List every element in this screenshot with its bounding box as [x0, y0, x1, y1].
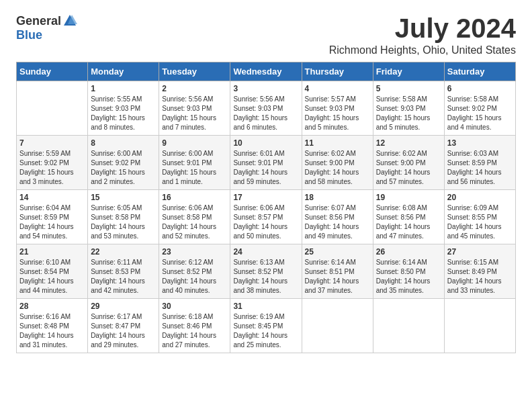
day-number: 2: [162, 84, 227, 93]
day-info: Sunrise: 5:56 AM Sunset: 9:03 PM Dayligh…: [162, 95, 227, 132]
calendar-cell: 26Sunrise: 6:14 AM Sunset: 8:50 PM Dayli…: [373, 244, 444, 299]
day-number: 14: [19, 193, 85, 202]
day-info: Sunrise: 6:08 AM Sunset: 8:56 PM Dayligh…: [376, 203, 441, 241]
calendar-cell: [17, 81, 88, 136]
calendar-body: 1Sunrise: 5:55 AM Sunset: 9:03 PM Daylig…: [17, 81, 516, 353]
calendar-cell: 11Sunrise: 6:02 AM Sunset: 9:00 PM Dayli…: [302, 136, 373, 190]
day-number: 26: [376, 247, 441, 257]
location-title: Richmond Heights, Ohio, United States: [329, 44, 516, 56]
day-info: Sunrise: 6:02 AM Sunset: 9:00 PM Dayligh…: [305, 149, 370, 187]
calendar-cell: [302, 299, 373, 353]
calendar-cell: 1Sunrise: 5:55 AM Sunset: 9:03 PM Daylig…: [88, 81, 159, 136]
calendar-cell: 9Sunrise: 6:00 AM Sunset: 9:01 PM Daylig…: [159, 136, 230, 190]
day-info: Sunrise: 6:03 AM Sunset: 8:59 PM Dayligh…: [447, 149, 513, 187]
logo-general: General: [16, 14, 61, 28]
title-area: July 2024 Richmond Heights, Ohio, United…: [329, 13, 516, 56]
calendar-header-row: SundayMondayTuesdayWednesdayThursdayFrid…: [17, 62, 516, 81]
day-number: 30: [162, 302, 227, 311]
logo-icon: [62, 13, 77, 28]
month-title: July 2024: [329, 13, 516, 43]
day-number: 8: [91, 138, 156, 148]
day-info: Sunrise: 5:58 AM Sunset: 9:03 PM Dayligh…: [376, 95, 441, 132]
calendar-cell: 16Sunrise: 6:06 AM Sunset: 8:58 PM Dayli…: [159, 190, 230, 244]
calendar-cell: [444, 299, 515, 353]
logo: General Blue: [16, 13, 77, 42]
day-number: 28: [19, 302, 85, 311]
header: General Blue July 2024 Richmond Heights,…: [16, 13, 516, 56]
day-info: Sunrise: 6:00 AM Sunset: 9:01 PM Dayligh…: [162, 149, 227, 187]
calendar-week-row: 21Sunrise: 6:10 AM Sunset: 8:54 PM Dayli…: [17, 244, 516, 299]
calendar-header-tuesday: Tuesday: [159, 62, 230, 81]
day-info: Sunrise: 6:14 AM Sunset: 8:51 PM Dayligh…: [305, 258, 370, 295]
calendar-cell: 5Sunrise: 5:58 AM Sunset: 9:03 PM Daylig…: [373, 81, 444, 136]
day-info: Sunrise: 6:06 AM Sunset: 8:58 PM Dayligh…: [162, 203, 227, 241]
day-number: 9: [162, 138, 227, 148]
day-number: 18: [305, 193, 370, 202]
day-info: Sunrise: 6:17 AM Sunset: 8:47 PM Dayligh…: [91, 312, 156, 350]
day-info: Sunrise: 6:07 AM Sunset: 8:56 PM Dayligh…: [305, 203, 370, 241]
day-number: 25: [305, 247, 370, 257]
day-number: 17: [233, 193, 298, 202]
day-info: Sunrise: 6:04 AM Sunset: 8:59 PM Dayligh…: [19, 203, 85, 241]
calendar-cell: 29Sunrise: 6:17 AM Sunset: 8:47 PM Dayli…: [88, 299, 159, 353]
day-number: 16: [162, 193, 227, 202]
calendar-cell: 25Sunrise: 6:14 AM Sunset: 8:51 PM Dayli…: [302, 244, 373, 299]
day-number: 21: [19, 247, 85, 257]
calendar-cell: 4Sunrise: 5:57 AM Sunset: 9:03 PM Daylig…: [302, 81, 373, 136]
day-number: 29: [91, 302, 156, 311]
calendar-header-saturday: Saturday: [444, 62, 515, 81]
day-number: 22: [91, 247, 156, 257]
day-number: 6: [447, 84, 513, 93]
day-info: Sunrise: 5:56 AM Sunset: 9:03 PM Dayligh…: [233, 95, 298, 132]
day-number: 5: [376, 84, 441, 93]
calendar-cell: 10Sunrise: 6:01 AM Sunset: 9:01 PM Dayli…: [230, 136, 302, 190]
day-number: 12: [376, 138, 441, 148]
day-info: Sunrise: 6:18 AM Sunset: 8:46 PM Dayligh…: [162, 312, 227, 350]
day-number: 15: [91, 193, 156, 202]
day-number: 19: [376, 193, 441, 202]
day-number: 1: [91, 84, 156, 93]
day-info: Sunrise: 6:12 AM Sunset: 8:52 PM Dayligh…: [162, 258, 227, 295]
day-number: 13: [447, 138, 513, 148]
day-number: 24: [233, 247, 298, 257]
calendar-cell: 12Sunrise: 6:02 AM Sunset: 9:00 PM Dayli…: [373, 136, 444, 190]
calendar-cell: 15Sunrise: 6:05 AM Sunset: 8:58 PM Dayli…: [88, 190, 159, 244]
day-info: Sunrise: 6:05 AM Sunset: 8:58 PM Dayligh…: [91, 203, 156, 241]
calendar-header-monday: Monday: [88, 62, 159, 81]
day-info: Sunrise: 6:14 AM Sunset: 8:50 PM Dayligh…: [376, 258, 441, 295]
day-number: 3: [233, 84, 298, 93]
day-info: Sunrise: 6:06 AM Sunset: 8:57 PM Dayligh…: [233, 203, 298, 241]
calendar-cell: 19Sunrise: 6:08 AM Sunset: 8:56 PM Dayli…: [373, 190, 444, 244]
day-info: Sunrise: 5:58 AM Sunset: 9:02 PM Dayligh…: [447, 95, 513, 132]
day-info: Sunrise: 6:15 AM Sunset: 8:49 PM Dayligh…: [447, 258, 513, 295]
calendar-week-row: 7Sunrise: 5:59 AM Sunset: 9:02 PM Daylig…: [17, 136, 516, 190]
calendar-cell: 20Sunrise: 6:09 AM Sunset: 8:55 PM Dayli…: [444, 190, 515, 244]
day-number: 20: [447, 193, 513, 202]
calendar-cell: 27Sunrise: 6:15 AM Sunset: 8:49 PM Dayli…: [444, 244, 515, 299]
calendar-cell: 30Sunrise: 6:18 AM Sunset: 8:46 PM Dayli…: [159, 299, 230, 353]
calendar-cell: 23Sunrise: 6:12 AM Sunset: 8:52 PM Dayli…: [159, 244, 230, 299]
calendar-cell: [373, 299, 444, 353]
calendar-cell: 3Sunrise: 5:56 AM Sunset: 9:03 PM Daylig…: [230, 81, 302, 136]
day-info: Sunrise: 5:55 AM Sunset: 9:03 PM Dayligh…: [91, 95, 156, 132]
day-info: Sunrise: 6:01 AM Sunset: 9:01 PM Dayligh…: [233, 149, 298, 187]
day-number: 4: [305, 84, 370, 93]
day-info: Sunrise: 6:02 AM Sunset: 9:00 PM Dayligh…: [376, 149, 441, 187]
calendar-header-wednesday: Wednesday: [230, 62, 302, 81]
calendar-cell: 7Sunrise: 5:59 AM Sunset: 9:02 PM Daylig…: [17, 136, 88, 190]
calendar-week-row: 14Sunrise: 6:04 AM Sunset: 8:59 PM Dayli…: [17, 190, 516, 244]
day-number: 27: [447, 247, 513, 257]
day-info: Sunrise: 6:19 AM Sunset: 8:45 PM Dayligh…: [233, 312, 298, 350]
day-info: Sunrise: 6:00 AM Sunset: 9:02 PM Dayligh…: [91, 149, 156, 187]
calendar-header-sunday: Sunday: [17, 62, 88, 81]
calendar-cell: 31Sunrise: 6:19 AM Sunset: 8:45 PM Dayli…: [230, 299, 302, 353]
calendar-cell: 8Sunrise: 6:00 AM Sunset: 9:02 PM Daylig…: [88, 136, 159, 190]
calendar-cell: 17Sunrise: 6:06 AM Sunset: 8:57 PM Dayli…: [230, 190, 302, 244]
calendar-cell: 2Sunrise: 5:56 AM Sunset: 9:03 PM Daylig…: [159, 81, 230, 136]
calendar-cell: 21Sunrise: 6:10 AM Sunset: 8:54 PM Dayli…: [17, 244, 88, 299]
logo-blue: Blue: [16, 28, 42, 42]
calendar-cell: 18Sunrise: 6:07 AM Sunset: 8:56 PM Dayli…: [302, 190, 373, 244]
day-info: Sunrise: 5:59 AM Sunset: 9:02 PM Dayligh…: [19, 149, 85, 187]
day-number: 23: [162, 247, 227, 257]
day-info: Sunrise: 6:11 AM Sunset: 8:53 PM Dayligh…: [91, 258, 156, 295]
